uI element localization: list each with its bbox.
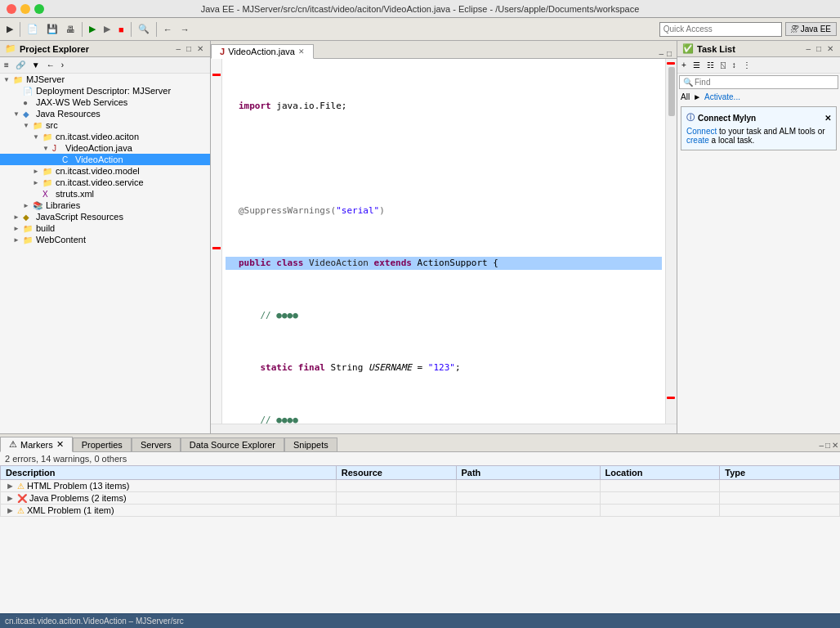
marker-resource [336,492,456,505]
toolbar-stop-btn[interactable]: ■ [115,23,127,36]
connect-mylyn-box: ⓘ Connect Mylyn ✕ Connect to your task a… [681,106,837,150]
tree-label: VideoAction.java [65,143,132,153]
toolbar-debug-btn[interactable]: ▶ [101,22,114,36]
bottom-minimize-btn[interactable]: – [819,441,824,450]
marker-resource [336,480,456,492]
tree-item-cn-model[interactable]: ► 📁 cn.itcast.video.model [0,165,210,177]
quick-access-input[interactable] [659,22,782,37]
task-list-btn[interactable]: ☰ [690,59,703,71]
deployment-icon: 📄 [23,87,34,96]
connect-link[interactable]: Connect [686,127,717,136]
toolbar-print-btn[interactable]: 🖶 [63,23,78,36]
mylyn-desc-text: to your task and ALM tools or [719,127,825,136]
code-line: // ●●●● [226,309,662,322]
arrow-icon: ► [13,236,23,244]
editor-scrollbar[interactable] [665,59,677,424]
tree-item-videoaction-class[interactable]: C VideoAction [0,154,210,165]
bottom-close-btn[interactable]: ✕ [832,441,838,450]
title-bar: Java EE - MJServer/src/cn/itcast/video/a… [0,0,840,18]
explorer-forward-btn[interactable]: › [59,59,66,71]
maximize-button[interactable] [34,4,44,14]
editor-tab-videoaction[interactable]: J VideoAction.java ✕ [211,44,314,59]
tree-item-deployment[interactable]: 📄 Deployment Descriptor: MJServer [0,85,210,96]
explorer-back-btn[interactable]: ← [44,59,57,71]
task-minimize-btn[interactable]: – [804,44,812,53]
jaxws-icon: ● [23,98,34,107]
code-editor[interactable]: import java.io.File; @SuppressWarnings("… [222,59,665,424]
explorer-menu-btn[interactable]: ▼ [29,59,42,71]
markers-tab-close[interactable]: ✕ [56,439,64,450]
task-close-btn[interactable]: ✕ [825,44,835,53]
tree-item-videoaction-java[interactable]: ▼ J VideoAction.java [0,142,210,154]
tab-data-source[interactable]: Data Source Explorer [181,437,284,451]
class-icon: C [62,155,74,164]
toolbar-file-btn[interactable]: ▶ [3,22,16,36]
marker-description: ► ❌ Java Problems (2 items) [1,492,337,505]
editor-minimize-btn[interactable]: – [657,49,665,58]
tree-item-webcontent[interactable]: ► 📁 WebContent [0,234,210,245]
toolbar-sep-3 [131,22,132,37]
tab-close-btn[interactable]: ✕ [298,47,305,56]
tree-item-mjserver[interactable]: ▼ 📁 MJServer [0,74,210,85]
expand-icon[interactable]: ► [6,493,15,503]
explorer-toolbar: ≡ 🔗 ▼ ← › [0,57,210,74]
mylyn-close-btn[interactable]: ✕ [824,114,831,123]
marker-label: XML Problem (1 item) [27,505,114,515]
tab-servers[interactable]: Servers [132,437,181,451]
link-editor-btn[interactable]: 🔗 [13,59,28,71]
tree-item-java-resources[interactable]: ▼ ◆ Java Resources [0,108,210,119]
task-new-btn[interactable]: + [679,59,689,71]
tree-item-libraries[interactable]: ► 📚 Libraries [0,200,210,211]
tab-snippets[interactable]: Snippets [284,437,337,451]
tree-item-cn-package[interactable]: ▼ 📁 cn.itcast.video.aciton [0,131,210,142]
tree-label: struts.xml [56,189,94,199]
tab-markers[interactable]: ⚠ Markers ✕ [0,437,73,452]
task-list-title: Task List [697,44,735,54]
table-row[interactable]: ► ❌ Java Problems (2 items) [1,492,840,505]
task-maximize-btn[interactable]: □ [815,44,823,53]
tree-item-struts[interactable]: X struts.xml [0,188,210,200]
toolbar-save-btn[interactable]: 💾 [43,22,61,36]
table-row[interactable]: ► ⚠ HTML Problem (13 items) [1,480,840,492]
table-row[interactable]: ► ⚠ XML Problem (1 item) [1,505,840,517]
minimize-panel-btn[interactable]: – [174,44,182,53]
package-icon: 📁 [42,132,54,141]
task-find-input[interactable] [695,78,760,87]
tree-item-jaxws[interactable]: ● JAX-WS Web Services [0,96,210,108]
close-button[interactable] [7,4,16,14]
tree-item-js-resources[interactable]: ► ◆ JavaScript Resources [0,211,210,222]
task-sort-btn[interactable]: ↕ [730,59,739,71]
toolbar-run-btn[interactable]: ▶ [86,22,99,36]
tree-item-build[interactable]: ► 📁 build [0,222,210,234]
toolbar-search-btn[interactable]: 🔍 [135,22,153,36]
bottom-maximize-btn[interactable]: □ [825,441,830,450]
collapse-all-btn[interactable]: ≡ [2,59,11,71]
col-location: Location [600,466,720,480]
task-filter-btn[interactable]: ⍂ [718,59,728,71]
toolbar-sep-1 [20,22,20,37]
markers-content: 2 errors, 14 warnings, 0 others Descript… [0,452,840,613]
perspective-java-ee[interactable]: ⛈ Java EE [785,22,837,36]
expand-icon[interactable]: ► [6,505,15,515]
maximize-panel-btn[interactable]: □ [185,44,193,53]
activate-label[interactable]: Activate... [704,92,740,101]
editor-horizontal-scroll[interactable] [211,424,677,433]
create-link[interactable]: create [686,136,709,145]
editor-marker-bar [211,59,222,424]
editor-maximize-btn[interactable]: □ [665,49,673,58]
task-list-icon: ✅ [682,43,694,54]
close-panel-btn[interactable]: ✕ [195,44,205,53]
toolbar-forward-btn[interactable]: → [177,23,193,36]
tree-item-cn-service[interactable]: ► 📁 cn.itcast.video.service [0,177,210,188]
minimize-button[interactable] [20,4,30,14]
arrow-icon: ► [33,179,42,186]
tab-properties[interactable]: Properties [73,437,132,451]
window-controls[interactable] [7,4,44,14]
expand-icon[interactable]: ► [6,481,15,491]
tree-item-src[interactable]: ▼ 📁 src [0,119,210,131]
scrollbar-thumb[interactable] [668,67,675,116]
task-collapse-btn[interactable]: ⋮ [740,59,753,71]
toolbar-new-btn[interactable]: 📄 [24,22,42,36]
toolbar-back-btn[interactable]: ← [160,23,176,36]
task-group-btn[interactable]: ☷ [704,59,717,71]
